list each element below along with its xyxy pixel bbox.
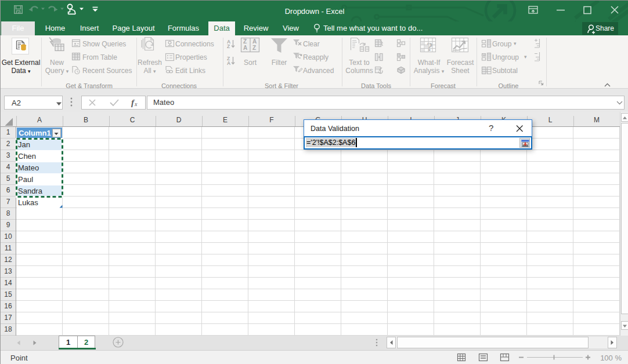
svg-text:A: A: [227, 60, 230, 66]
svg-text:x: x: [134, 101, 138, 107]
svg-text:?: ?: [427, 39, 433, 54]
svg-text:Z: Z: [243, 38, 247, 45]
svg-text:Z: Z: [252, 45, 256, 51]
svg-text:A: A: [252, 38, 257, 45]
svg-text:A: A: [243, 45, 247, 51]
svg-text:Z: Z: [227, 43, 230, 49]
